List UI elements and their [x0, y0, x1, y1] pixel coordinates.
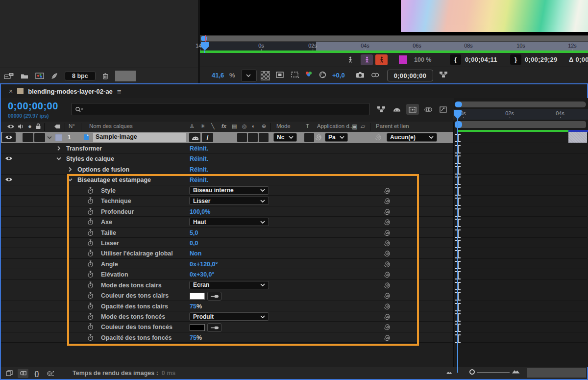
channel-rgb-icon[interactable]	[305, 71, 313, 77]
property-row[interactable]: Utiliser l'éclairage global Non	[0, 248, 588, 258]
property-label[interactable]: Options de fusion	[77, 166, 129, 173]
property-value[interactable]: 0,0	[190, 240, 198, 247]
layer-switches-pane-icon[interactable]	[4, 369, 15, 378]
motion-blur-column-icon[interactable]: ◎	[242, 123, 247, 129]
stopwatch-icon[interactable]	[87, 239, 94, 247]
pickwhip-icon[interactable]	[384, 240, 391, 247]
mini-flowchart-icon[interactable]	[375, 104, 388, 115]
property-row[interactable]: Couleur des tons foncés	[0, 322, 588, 332]
pickwhip-icon[interactable]	[384, 261, 391, 268]
eye-column-icon[interactable]	[7, 124, 15, 129]
purple-person-icon[interactable]	[361, 54, 373, 65]
layer-shy-toggle[interactable]	[189, 133, 200, 142]
zoom-in-mountain-icon[interactable]	[512, 369, 520, 374]
layer-audio-toggle[interactable]	[23, 133, 33, 142]
property-value[interactable]: 0x+30,0°	[190, 271, 215, 278]
track-matte-icon[interactable]: ▱	[361, 123, 365, 130]
reset-link[interactable]: Réinit.	[190, 177, 208, 183]
property-label[interactable]: Utiliser l'éclairage global	[101, 250, 173, 257]
zoom-dropdown-button[interactable]	[241, 70, 257, 82]
layer-frame-blend-toggle[interactable]	[248, 133, 258, 142]
in-time-value[interactable]: 0;00;04;11	[465, 56, 497, 63]
guides-grid-icon[interactable]	[291, 71, 299, 78]
property-dropdown[interactable]: Ecran	[189, 281, 269, 289]
color-swatch[interactable]	[190, 293, 205, 300]
t-column-header[interactable]: T	[306, 123, 309, 129]
property-row[interactable]: Style Biseau interne	[0, 185, 588, 196]
name-column-header[interactable]: Nom des calques	[89, 123, 133, 129]
preserve-transparency-icon[interactable]: ▣	[352, 123, 357, 130]
duration-delta-value[interactable]: Δ 0;00	[569, 56, 588, 63]
property-dropdown[interactable]: Lisser	[189, 197, 269, 205]
solo-column-icon[interactable]: ●	[28, 123, 32, 130]
property-value[interactable]: 75%	[190, 334, 202, 341]
mode-column-header[interactable]: Mode	[276, 123, 291, 129]
twirl-chevron-icon[interactable]	[68, 178, 73, 181]
property-row[interactable]: Opacité des tons clairs 75%	[0, 301, 588, 311]
property-row[interactable]: Profondeur 100,0%	[0, 206, 588, 217]
region-of-interest-icon[interactable]	[276, 72, 284, 78]
property-value[interactable]: 75%	[190, 303, 202, 310]
close-icon[interactable]: ×	[9, 87, 13, 95]
number-column-header[interactable]: N°	[69, 123, 75, 129]
eyedropper-button[interactable]	[207, 323, 221, 332]
property-label[interactable]: Technique	[101, 198, 131, 204]
property-row[interactable]: Mode des tons clairs Ecran	[0, 280, 588, 290]
property-row[interactable]: Lisser 0,0	[0, 238, 588, 248]
speed-value[interactable]: 100 %	[414, 56, 431, 63]
property-label[interactable]: Axe	[101, 219, 112, 226]
label-column-icon[interactable]	[54, 124, 61, 129]
property-row[interactable]: Taille 5,0	[0, 228, 588, 238]
magenta-swatch[interactable]	[399, 55, 407, 64]
timeline-zoom-slider[interactable]	[477, 372, 510, 373]
panel-menu-icon[interactable]: ≡	[117, 87, 122, 96]
reset-link[interactable]: Réinit.	[190, 155, 208, 162]
property-value[interactable]: 100,0%	[190, 208, 210, 215]
property-label[interactable]: Mode des tons foncés	[101, 313, 165, 320]
property-label[interactable]: Styles de calque	[66, 155, 114, 162]
current-timecode[interactable]: 0;00;00;00	[8, 101, 58, 112]
reset-link[interactable]: Réinit.	[190, 145, 208, 152]
property-label[interactable]: Transformer	[66, 145, 102, 152]
property-row[interactable]: Styles de calque Réinit.	[0, 153, 588, 164]
property-dropdown[interactable]: Produit	[189, 312, 269, 321]
frame-blend-column-icon[interactable]: ▤	[232, 123, 237, 129]
pickwhip-icon[interactable]	[384, 282, 391, 289]
property-label[interactable]: Biseautage et estampage	[77, 177, 151, 183]
graph-editor-icon[interactable]	[437, 104, 449, 115]
reset-exposure-icon[interactable]	[319, 71, 326, 78]
viewer-time-ruler[interactable]: 0s 02s 04s 06s 08s 10s 12s 14s	[200, 42, 588, 51]
property-row[interactable]: Axe Haut	[0, 217, 588, 227]
pickwhip-icon[interactable]	[384, 208, 391, 215]
pickwhip-icon[interactable]	[384, 219, 391, 226]
in-point-button[interactable]: {	[450, 54, 461, 65]
stopwatch-icon[interactable]	[87, 303, 94, 310]
property-value[interactable]: Non	[190, 250, 201, 257]
reset-link[interactable]: Réinit.	[190, 166, 208, 173]
quality-icon[interactable]: ╲	[211, 123, 215, 129]
layer-motion-blur-toggle[interactable]	[259, 133, 269, 142]
property-dropdown[interactable]: Haut	[189, 218, 269, 226]
transfer-controls-pane-icon[interactable]	[18, 369, 28, 378]
stopwatch-icon[interactable]	[87, 334, 94, 341]
show-snapshot-icon[interactable]	[371, 73, 380, 77]
playhead-marker[interactable]	[201, 42, 209, 51]
layer-duration-bar[interactable]	[568, 132, 587, 143]
horizontal-scrollbar[interactable]	[527, 368, 586, 378]
property-row[interactable]: Transformer Réinit.	[0, 143, 588, 153]
color-swatch[interactable]	[190, 324, 205, 331]
property-label[interactable]: Couleur des tons clairs	[101, 292, 169, 299]
pickwhip-icon[interactable]	[384, 303, 391, 310]
timeline-nav-bar[interactable]	[455, 101, 586, 107]
playhead-line[interactable]	[457, 118, 458, 373]
work-area-cap[interactable]	[455, 121, 462, 128]
property-row[interactable]: Couleur des tons clairs	[0, 290, 588, 301]
pickwhip-icon[interactable]	[384, 271, 391, 278]
nav-bar-cap[interactable]	[455, 101, 462, 107]
layer-quality-toggle[interactable]: /	[202, 133, 213, 142]
project-color-settings-icon[interactable]	[35, 73, 44, 79]
stopwatch-icon[interactable]	[87, 250, 94, 257]
pickwhip-icon[interactable]	[384, 187, 391, 194]
layer-fx-toggle[interactable]	[237, 133, 247, 142]
shy-icon[interactable]: ♙	[190, 123, 195, 129]
